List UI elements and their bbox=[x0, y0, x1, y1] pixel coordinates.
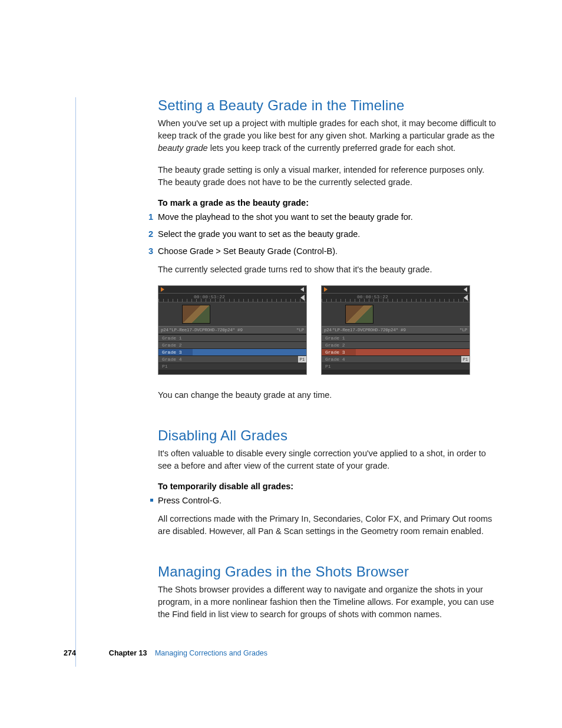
bullet-list: Press Control-G. bbox=[158, 495, 500, 507]
clip-thumbnail bbox=[345, 305, 373, 324]
screenshot-row: 00:00:53:22 p24 "LP-Reel7-DVCPROHD-720p2… bbox=[158, 285, 500, 375]
grade-row: Grade 4P1 bbox=[158, 355, 306, 363]
bottom-strip bbox=[322, 370, 470, 374]
in-marker-icon bbox=[161, 287, 164, 292]
clip-name: "LP-Reel7-DVCPROHD-720p24" #9 bbox=[332, 328, 406, 332]
clip-name-right: "LP bbox=[459, 328, 467, 332]
grade-row: Grade 1 bbox=[158, 334, 306, 341]
thumbnail-row bbox=[322, 302, 470, 326]
grade-name: P1 bbox=[322, 363, 356, 370]
page: Setting a Beauty Grade in the Timeline W… bbox=[0, 0, 562, 728]
shot-ruler: 00:00:53:22 bbox=[158, 294, 306, 302]
chapter-ref: Chapter 13 Managing Corrections and Grad… bbox=[109, 649, 267, 657]
grade-row-selected: Grade 3 bbox=[158, 348, 306, 355]
shot-top-bar bbox=[158, 286, 306, 294]
thumbnail-row bbox=[158, 302, 306, 326]
grade-row: Grade 2 bbox=[322, 341, 470, 348]
in-marker-icon bbox=[324, 287, 328, 292]
emphasis-beauty-grade: beauty grade bbox=[158, 143, 208, 153]
timeline-screenshot-after: 00:00:53:22 p24 "LP-Reel7-DVCPROHD-720p2… bbox=[321, 285, 470, 375]
out-marker-icon bbox=[300, 287, 304, 292]
bullet-item: Press Control-G. bbox=[148, 495, 500, 507]
ruler-ticks bbox=[158, 299, 306, 302]
step-item: Move the playhead to the shot you want t… bbox=[148, 211, 500, 223]
body-paragraph: When you've set up a project with multip… bbox=[158, 117, 500, 154]
content-column: Setting a Beauty Grade in the Timeline W… bbox=[158, 97, 500, 621]
grade-name: Grade 4 bbox=[158, 356, 193, 363]
left-rule bbox=[75, 97, 76, 667]
page-number: 274 bbox=[64, 649, 76, 657]
grade-row: Grade 1 bbox=[322, 334, 470, 341]
grade-row: Grade 4P1 bbox=[322, 355, 470, 363]
heading-managing-grades-shots-browser: Managing Grades in the Shots Browser bbox=[158, 564, 500, 580]
grade-row: P1 bbox=[322, 363, 470, 370]
grade-name: Grade 2 bbox=[158, 342, 193, 348]
grade-row-beauty: Grade 3 bbox=[322, 348, 470, 355]
grade-name: Grade 1 bbox=[322, 335, 356, 341]
text: lets you keep track of the currently pre… bbox=[208, 143, 456, 153]
body-paragraph: The currently selected grade turns red t… bbox=[158, 263, 500, 276]
text: When you've set up a project with multip… bbox=[158, 118, 496, 140]
body-paragraph: The Shots browser provides a different w… bbox=[158, 584, 500, 621]
task-intro: To mark a grade as the beauty grade: bbox=[158, 198, 500, 207]
body-paragraph: It's often valuable to disable every sin… bbox=[158, 447, 500, 472]
grade-name: Grade 2 bbox=[322, 342, 356, 348]
clip-thumbnail bbox=[182, 305, 210, 324]
grade-name: P1 bbox=[158, 363, 193, 370]
task-intro: To temporarily disable all grades: bbox=[158, 482, 500, 491]
clip-name-right: "LP bbox=[296, 328, 304, 332]
body-paragraph: All corrections made with the Primary In… bbox=[158, 513, 500, 538]
step-item: Select the grade you want to set as the … bbox=[148, 228, 500, 241]
shot-ruler: 00:00:53:22 bbox=[322, 294, 470, 302]
grade-name: Grade 1 bbox=[158, 335, 193, 341]
body-paragraph: You can change the beauty grade at any t… bbox=[158, 389, 500, 401]
body-paragraph: The beauty grade setting is only a visua… bbox=[158, 164, 500, 189]
grade-row: P1 bbox=[158, 363, 306, 370]
heading-disabling-all-grades: Disabling All Grades bbox=[158, 427, 500, 444]
timeline-screenshot-before: 00:00:53:22 p24 "LP-Reel7-DVCPROHD-720p2… bbox=[158, 285, 307, 375]
clip-name-label: p24 "LP-Reel7-DVCPROHD-720p24" #9 "LP bbox=[158, 326, 306, 334]
grade-tag: P1 bbox=[461, 356, 470, 363]
page-footer: 274 Chapter 13 Managing Corrections and … bbox=[64, 649, 267, 657]
heading-setting-beauty-grade: Setting a Beauty Grade in the Timeline bbox=[158, 97, 500, 114]
grade-name: Grade 3 bbox=[158, 349, 193, 355]
chapter-title: Managing Corrections and Grades bbox=[155, 649, 267, 657]
steps-list: Move the playhead to the shot you want t… bbox=[158, 211, 500, 258]
grade-name: Grade 4 bbox=[322, 356, 356, 363]
clip-name-label: p24 "LP-Reel7-DVCPROHD-720p24" #9 "LP bbox=[322, 326, 470, 334]
shot-top-bar bbox=[322, 286, 470, 294]
grade-row: Grade 2 bbox=[158, 341, 306, 348]
step-item: Choose Grade > Set Beauty Grade (Control… bbox=[148, 245, 500, 258]
grade-name: Grade 3 bbox=[322, 349, 356, 355]
grade-tag: P1 bbox=[298, 356, 306, 363]
ruler-ticks bbox=[322, 299, 470, 302]
bottom-strip bbox=[158, 370, 306, 374]
clip-name: "LP-Reel7-DVCPROHD-720p24" #9 bbox=[169, 328, 243, 332]
chapter-label: Chapter 13 bbox=[109, 649, 147, 657]
out-marker-icon bbox=[464, 287, 467, 292]
